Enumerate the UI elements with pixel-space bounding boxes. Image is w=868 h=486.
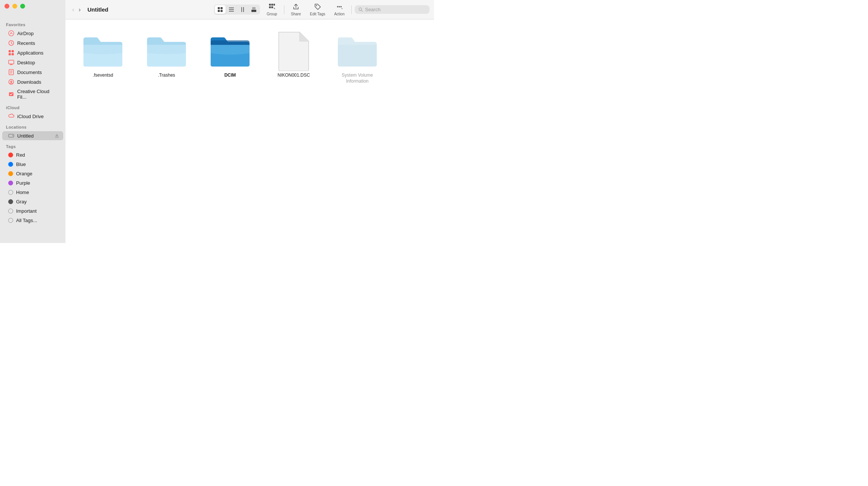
svg-point-35: [337, 6, 339, 7]
sidebar-item-tag-purple[interactable]: Purple: [2, 179, 63, 187]
svg-line-39: [361, 10, 363, 11]
sidebar-item-tag-orange[interactable]: Orange: [2, 169, 63, 178]
share-button[interactable]: Share: [287, 2, 305, 18]
sidebar-item-icloud-drive[interactable]: iCloud Drive: [2, 112, 63, 121]
file-item-system-volume[interactable]: System Volume Information: [327, 28, 387, 88]
svg-rect-17: [55, 137, 59, 138]
sidebar-item-recents[interactable]: Recents: [2, 39, 63, 47]
close-button[interactable]: [4, 4, 9, 9]
sidebar-tag-label: Orange: [16, 171, 32, 176]
sidebar-item-tag-red[interactable]: Red: [2, 151, 63, 159]
sidebar-item-label: iCloud Drive: [17, 114, 44, 119]
sidebar-item-label: Creative Cloud Fil...: [17, 89, 59, 100]
main-content: ‹ › Untitled Group: [65, 0, 434, 243]
minimize-button[interactable]: [12, 4, 17, 9]
folder-icon-system-volume: [335, 32, 380, 70]
sidebar-item-label: Recents: [17, 40, 35, 46]
sidebar-tag-label: All Tags...: [16, 218, 37, 223]
sidebar-item-label: Downloads: [17, 79, 41, 85]
svg-rect-20: [218, 10, 220, 12]
svg-point-34: [316, 5, 317, 6]
tag-dot-important: [8, 209, 13, 213]
tag-icon: [314, 3, 321, 11]
sidebar-item-airdrop[interactable]: AirDrop: [2, 29, 63, 38]
file-grid: .fseventsd .Trashes: [65, 19, 434, 243]
forward-button[interactable]: ›: [76, 5, 83, 15]
sidebar-item-tag-gray[interactable]: Gray: [2, 197, 63, 206]
sidebar-tag-label: Home: [16, 190, 29, 195]
file-item-nikon001[interactable]: NIKON001.DSC: [264, 28, 324, 88]
svg-rect-21: [220, 10, 223, 12]
fullscreen-button[interactable]: [20, 4, 25, 9]
airdrop-icon: [8, 30, 14, 36]
tag-dot-orange: [8, 171, 13, 176]
eject-icon[interactable]: [54, 133, 59, 138]
view-gallery-button[interactable]: [248, 5, 259, 14]
svg-rect-5: [12, 53, 14, 55]
sidebar-item-creative-cloud[interactable]: Creative Cloud Fil...: [2, 87, 63, 101]
sidebar-item-documents[interactable]: Documents: [2, 68, 63, 77]
sidebar-item-tag-home[interactable]: Home: [2, 188, 63, 197]
action-button[interactable]: Action: [330, 2, 348, 18]
documents-icon: [8, 69, 14, 75]
edit-tags-label: Edit Tags: [310, 12, 325, 16]
sidebar-item-downloads[interactable]: Downloads: [2, 77, 63, 86]
sidebar-item-desktop[interactable]: Desktop: [2, 58, 63, 67]
svg-point-0: [9, 31, 14, 36]
folder-icon-dcim: [208, 32, 253, 70]
tags-section-label: Tags: [0, 141, 65, 150]
tag-dot-purple: [8, 181, 13, 185]
view-list-button[interactable]: [226, 5, 237, 14]
icloud-section-label: iCloud: [0, 102, 65, 111]
group-icon: [269, 3, 275, 11]
search-input[interactable]: [365, 7, 426, 12]
file-item-fseventsd[interactable]: .fseventsd: [73, 28, 133, 88]
recents-icon: [8, 40, 14, 46]
action-label: Action: [334, 12, 345, 16]
svg-rect-6: [9, 60, 14, 64]
file-label-nikon001: NIKON001.DSC: [278, 73, 310, 79]
svg-rect-2: [9, 50, 11, 52]
svg-rect-18: [218, 7, 220, 9]
doc-icon-nikon001: [271, 32, 316, 70]
back-button[interactable]: ‹: [70, 5, 76, 15]
group-button[interactable]: Group: [263, 2, 281, 18]
view-column-button[interactable]: [237, 5, 248, 14]
edit-tags-button[interactable]: Edit Tags: [306, 2, 329, 18]
share-label: Share: [291, 12, 301, 16]
sidebar-item-applications[interactable]: Applications: [2, 48, 63, 57]
file-label-fseventsd: .fseventsd: [93, 73, 113, 79]
file-label-system-volume: System Volume Information: [331, 73, 383, 84]
sidebar-tag-label: Purple: [16, 180, 30, 186]
svg-rect-4: [9, 53, 11, 55]
file-item-dcim[interactable]: DCIM: [200, 28, 260, 88]
svg-rect-30: [271, 4, 273, 6]
sidebar-tag-label: Red: [16, 152, 25, 158]
svg-point-36: [339, 6, 340, 7]
sidebar: Favorites AirDrop Recents Applications D…: [0, 0, 65, 243]
tag-dot-red: [8, 153, 13, 157]
search-bar[interactable]: [355, 5, 430, 14]
view-icon-button[interactable]: [215, 5, 226, 14]
svg-rect-28: [252, 7, 256, 9]
svg-point-15: [12, 135, 13, 136]
sidebar-item-label: Desktop: [17, 60, 35, 65]
tag-dot-gray: [8, 199, 13, 204]
share-icon: [293, 3, 299, 11]
svg-rect-19: [220, 7, 223, 9]
sidebar-item-label: Documents: [17, 70, 42, 75]
toolbar: ‹ › Untitled Group: [65, 0, 434, 19]
downloads-icon: [8, 79, 14, 85]
tag-dot-blue: [8, 162, 13, 167]
svg-marker-16: [55, 134, 59, 136]
svg-rect-27: [251, 10, 256, 12]
svg-rect-29: [269, 4, 271, 6]
file-item-trashes[interactable]: .Trashes: [137, 28, 196, 88]
sidebar-tag-label: Gray: [16, 199, 27, 204]
sidebar-item-tag-important[interactable]: Important: [2, 207, 63, 215]
sidebar-item-tag-all-tags[interactable]: All Tags...: [2, 216, 63, 225]
desktop-icon: [8, 59, 14, 65]
svg-rect-32: [269, 6, 271, 8]
sidebar-item-untitled[interactable]: Untitled: [2, 131, 63, 140]
sidebar-item-tag-blue[interactable]: Blue: [2, 160, 63, 169]
